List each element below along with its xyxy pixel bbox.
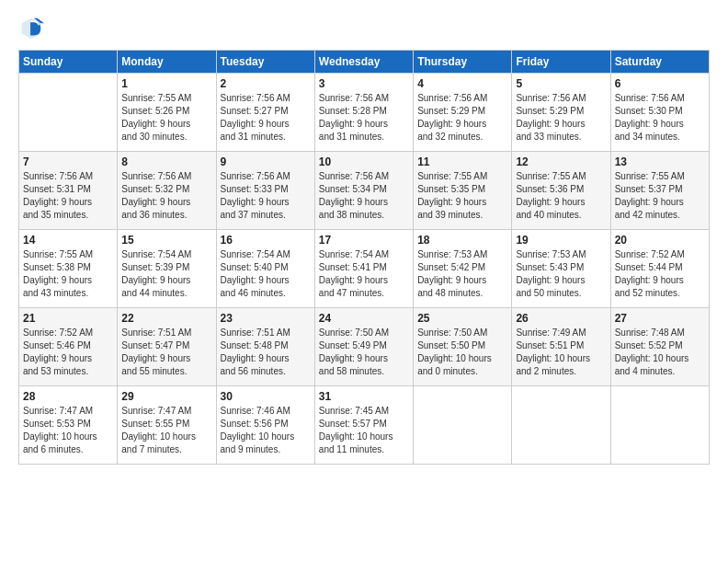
day-number: 26 — [516, 312, 606, 325]
day-info: Sunrise: 7:48 AM Sunset: 5:52 PM Dayligh… — [615, 327, 705, 378]
day-info: Sunrise: 7:47 AM Sunset: 5:55 PM Dayligh… — [121, 405, 211, 456]
day-cell: 15Sunrise: 7:54 AM Sunset: 5:39 PM Dayli… — [118, 230, 216, 308]
week-row-2: 7Sunrise: 7:56 AM Sunset: 5:31 PM Daylig… — [19, 152, 710, 230]
day-cell: 26Sunrise: 7:49 AM Sunset: 5:51 PM Dayli… — [512, 308, 610, 386]
day-cell: 1Sunrise: 7:55 AM Sunset: 5:26 PM Daylig… — [118, 74, 216, 152]
day-cell: 27Sunrise: 7:48 AM Sunset: 5:52 PM Dayli… — [610, 308, 709, 386]
day-cell: 4Sunrise: 7:56 AM Sunset: 5:29 PM Daylig… — [414, 74, 512, 152]
day-number: 30 — [221, 390, 311, 403]
col-header-saturday: Saturday — [610, 51, 709, 74]
col-header-thursday: Thursday — [414, 51, 512, 74]
week-row-1: 1Sunrise: 7:55 AM Sunset: 5:26 PM Daylig… — [19, 74, 710, 152]
day-cell: 11Sunrise: 7:55 AM Sunset: 5:35 PM Dayli… — [414, 152, 512, 230]
day-info: Sunrise: 7:49 AM Sunset: 5:51 PM Dayligh… — [516, 327, 606, 378]
day-cell: 22Sunrise: 7:51 AM Sunset: 5:47 PM Dayli… — [118, 308, 216, 386]
week-row-3: 14Sunrise: 7:55 AM Sunset: 5:38 PM Dayli… — [19, 230, 710, 308]
col-header-friday: Friday — [512, 51, 610, 74]
day-info: Sunrise: 7:55 AM Sunset: 5:35 PM Dayligh… — [417, 170, 507, 222]
day-cell: 31Sunrise: 7:45 AM Sunset: 5:57 PM Dayli… — [314, 386, 413, 465]
day-info: Sunrise: 7:56 AM Sunset: 5:29 PM Dayligh… — [516, 92, 606, 144]
day-number: 12 — [516, 155, 606, 168]
day-cell: 9Sunrise: 7:56 AM Sunset: 5:33 PM Daylig… — [216, 152, 314, 230]
day-cell: 28Sunrise: 7:47 AM Sunset: 5:53 PM Dayli… — [19, 386, 118, 465]
day-info: Sunrise: 7:52 AM Sunset: 5:46 PM Dayligh… — [23, 327, 113, 378]
day-info: Sunrise: 7:52 AM Sunset: 5:44 PM Dayligh… — [615, 248, 705, 300]
day-cell: 17Sunrise: 7:54 AM Sunset: 5:41 PM Dayli… — [314, 230, 413, 308]
day-info: Sunrise: 7:50 AM Sunset: 5:49 PM Dayligh… — [319, 327, 409, 378]
day-info: Sunrise: 7:56 AM Sunset: 5:29 PM Dayligh… — [417, 92, 507, 144]
day-number: 17 — [319, 234, 409, 247]
day-number: 15 — [121, 234, 211, 247]
day-info: Sunrise: 7:50 AM Sunset: 5:50 PM Dayligh… — [417, 327, 507, 378]
day-cell: 19Sunrise: 7:53 AM Sunset: 5:43 PM Dayli… — [512, 230, 610, 308]
day-number: 10 — [319, 155, 409, 168]
day-number: 16 — [221, 234, 311, 247]
day-info: Sunrise: 7:55 AM Sunset: 5:37 PM Dayligh… — [615, 170, 705, 222]
day-number: 27 — [615, 312, 705, 325]
day-number: 31 — [319, 390, 409, 403]
col-header-tuesday: Tuesday — [216, 51, 314, 74]
week-row-5: 28Sunrise: 7:47 AM Sunset: 5:53 PM Dayli… — [19, 386, 710, 465]
day-cell: 21Sunrise: 7:52 AM Sunset: 5:46 PM Dayli… — [19, 308, 118, 386]
day-number: 19 — [516, 234, 606, 247]
day-number: 11 — [417, 155, 507, 168]
page: SundayMondayTuesdayWednesdayThursdayFrid… — [0, 0, 728, 563]
logo-icon — [18, 15, 44, 40]
day-cell: 25Sunrise: 7:50 AM Sunset: 5:50 PM Dayli… — [414, 308, 512, 386]
day-info: Sunrise: 7:55 AM Sunset: 5:38 PM Dayligh… — [23, 248, 113, 300]
col-header-monday: Monday — [118, 51, 216, 74]
day-cell: 18Sunrise: 7:53 AM Sunset: 5:42 PM Dayli… — [414, 230, 512, 308]
week-row-4: 21Sunrise: 7:52 AM Sunset: 5:46 PM Dayli… — [19, 308, 710, 386]
day-number: 18 — [417, 234, 507, 247]
day-info: Sunrise: 7:56 AM Sunset: 5:32 PM Dayligh… — [121, 170, 211, 222]
day-number: 8 — [121, 155, 211, 168]
day-number: 9 — [221, 155, 311, 168]
day-cell: 30Sunrise: 7:46 AM Sunset: 5:56 PM Dayli… — [216, 386, 314, 465]
day-info: Sunrise: 7:56 AM Sunset: 5:28 PM Dayligh… — [319, 92, 409, 144]
day-number: 22 — [121, 312, 211, 325]
day-info: Sunrise: 7:53 AM Sunset: 5:42 PM Dayligh… — [417, 248, 507, 300]
header — [18, 15, 710, 40]
day-cell: 14Sunrise: 7:55 AM Sunset: 5:38 PM Dayli… — [19, 230, 118, 308]
day-cell: 2Sunrise: 7:56 AM Sunset: 5:27 PM Daylig… — [216, 74, 314, 152]
day-info: Sunrise: 7:53 AM Sunset: 5:43 PM Dayligh… — [516, 248, 606, 300]
day-info: Sunrise: 7:51 AM Sunset: 5:48 PM Dayligh… — [221, 327, 311, 378]
day-cell — [512, 386, 610, 465]
day-number: 20 — [615, 234, 705, 247]
day-info: Sunrise: 7:51 AM Sunset: 5:47 PM Dayligh… — [121, 327, 211, 378]
day-number: 29 — [121, 390, 211, 403]
day-info: Sunrise: 7:55 AM Sunset: 5:36 PM Dayligh… — [516, 170, 606, 222]
day-number: 3 — [319, 77, 409, 90]
day-info: Sunrise: 7:56 AM Sunset: 5:31 PM Dayligh… — [23, 170, 113, 222]
day-info: Sunrise: 7:55 AM Sunset: 5:26 PM Dayligh… — [121, 92, 211, 144]
day-info: Sunrise: 7:56 AM Sunset: 5:27 PM Dayligh… — [221, 92, 311, 144]
day-info: Sunrise: 7:45 AM Sunset: 5:57 PM Dayligh… — [319, 405, 409, 456]
day-cell: 8Sunrise: 7:56 AM Sunset: 5:32 PM Daylig… — [118, 152, 216, 230]
day-number: 1 — [121, 77, 211, 90]
day-cell — [19, 74, 118, 152]
day-cell: 12Sunrise: 7:55 AM Sunset: 5:36 PM Dayli… — [512, 152, 610, 230]
day-cell: 20Sunrise: 7:52 AM Sunset: 5:44 PM Dayli… — [610, 230, 709, 308]
col-header-wednesday: Wednesday — [314, 51, 413, 74]
col-header-sunday: Sunday — [19, 51, 118, 74]
day-number: 13 — [615, 155, 705, 168]
day-number: 23 — [221, 312, 311, 325]
day-cell: 10Sunrise: 7:56 AM Sunset: 5:34 PM Dayli… — [314, 152, 413, 230]
day-info: Sunrise: 7:54 AM Sunset: 5:40 PM Dayligh… — [221, 248, 311, 300]
day-info: Sunrise: 7:54 AM Sunset: 5:41 PM Dayligh… — [319, 248, 409, 300]
header-row: SundayMondayTuesdayWednesdayThursdayFrid… — [19, 51, 710, 74]
day-cell: 5Sunrise: 7:56 AM Sunset: 5:29 PM Daylig… — [512, 74, 610, 152]
day-cell: 29Sunrise: 7:47 AM Sunset: 5:55 PM Dayli… — [118, 386, 216, 465]
day-cell — [414, 386, 512, 465]
day-info: Sunrise: 7:46 AM Sunset: 5:56 PM Dayligh… — [221, 405, 311, 456]
day-cell: 7Sunrise: 7:56 AM Sunset: 5:31 PM Daylig… — [19, 152, 118, 230]
day-number: 25 — [417, 312, 507, 325]
day-cell: 24Sunrise: 7:50 AM Sunset: 5:49 PM Dayli… — [314, 308, 413, 386]
day-info: Sunrise: 7:56 AM Sunset: 5:33 PM Dayligh… — [221, 170, 311, 222]
day-number: 2 — [221, 77, 311, 90]
logo — [18, 15, 48, 40]
day-cell: 16Sunrise: 7:54 AM Sunset: 5:40 PM Dayli… — [216, 230, 314, 308]
day-info: Sunrise: 7:56 AM Sunset: 5:34 PM Dayligh… — [319, 170, 409, 222]
calendar-table: SundayMondayTuesdayWednesdayThursdayFrid… — [18, 50, 710, 465]
day-number: 21 — [23, 312, 113, 325]
